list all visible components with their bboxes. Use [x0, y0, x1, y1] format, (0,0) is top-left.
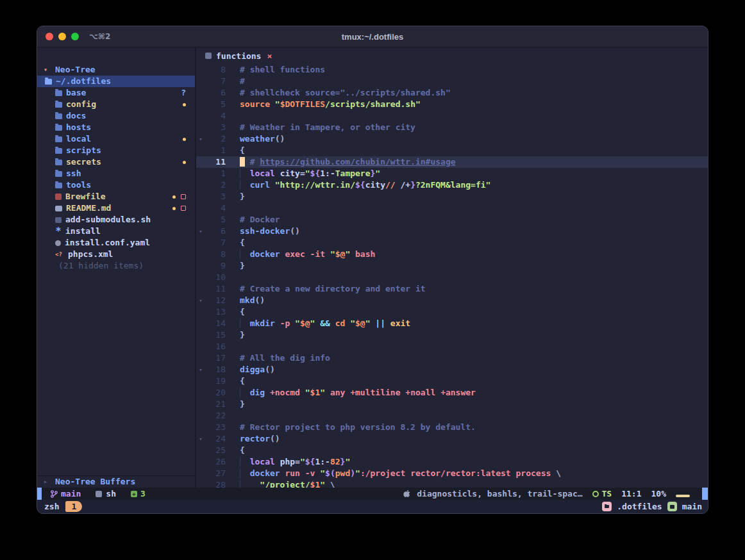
zoom-window-button[interactable] [71, 33, 79, 40]
fold-chevron-icon[interactable]: ▾ [196, 226, 205, 237]
neo-tree-header[interactable]: ▾ Neo-Tree [37, 64, 195, 76]
tree-item-install[interactable]: install [37, 226, 195, 237]
code-line[interactable]: 15} [196, 329, 708, 341]
tree-item-secrets[interactable]: secrets [37, 156, 195, 168]
tree-item-dotfiles[interactable]: ~/.dotfiles [37, 76, 195, 87]
code-line[interactable]: 6# shellcheck source="../scripts/shared.… [196, 87, 708, 99]
tree-item-config[interactable]: config [37, 99, 195, 110]
code-area[interactable]: 8# shell functions7#6# shellcheck source… [196, 64, 708, 488]
tmux-session-name[interactable]: .dotfiles [617, 502, 662, 511]
code-line[interactable]: 26 local php="${1:-82}" [196, 456, 708, 468]
git-added-icon: + [131, 491, 137, 497]
code-line[interactable]: ▾12mkd() [196, 295, 708, 306]
code-line[interactable]: 28 "/project/$1" \ [196, 479, 708, 488]
fold-chevron-icon[interactable]: ▾ [196, 133, 205, 145]
code-line[interactable]: 14 mkdir -p "$@" && cd "$@" || exit [196, 318, 708, 329]
code-line[interactable]: 11# Create a new directory and enter it [196, 283, 708, 295]
code-token: /+ [396, 180, 410, 190]
code-line[interactable]: 22 [196, 410, 708, 422]
code-line[interactable]: 2 curl "http://wttr.in/${city// /+}?2nFQ… [196, 179, 708, 191]
code-line[interactable]: 1{ [196, 145, 708, 156]
tab-close-icon[interactable]: × [267, 51, 272, 61]
tree-item-phpcs-xml[interactable]: phpcs.xml [37, 249, 195, 260]
code-token [300, 468, 305, 478]
tab-functions[interactable]: functions [216, 51, 261, 61]
code-token: () [275, 134, 285, 144]
code-token: $1 [310, 388, 321, 397]
code-line[interactable]: ▾2weather() [196, 133, 708, 145]
close-window-button[interactable] [46, 33, 53, 40]
code-token: = [295, 457, 300, 466]
line-number: 8 [205, 64, 226, 76]
code-line[interactable]: 7{ [196, 237, 708, 249]
code-line[interactable]: 11 # https://github.com/chubin/wttr.in#u… [196, 156, 708, 168]
tree-item-readme-md[interactable]: README.md [37, 202, 195, 214]
code-line[interactable]: ▾18digga() [196, 364, 708, 375]
code-token [350, 249, 355, 259]
treesitter-label: TS [602, 489, 612, 498]
tree-item-local[interactable]: local [37, 133, 195, 145]
code-text: # Create a new directory and enter it [226, 283, 426, 295]
tree-item-ssh[interactable]: ssh [37, 168, 195, 179]
tree-item-tools[interactable]: tools [37, 179, 195, 191]
code-line[interactable]: 21} [196, 399, 708, 410]
scrollbar-block[interactable] [702, 488, 708, 500]
code-token [240, 318, 250, 328]
code-line[interactable]: 5source "$DOTFILES/scripts/shared.sh" [196, 99, 708, 110]
fold-column [196, 110, 205, 122]
tree-item-docs[interactable]: docs [37, 110, 195, 122]
fold-chevron-icon[interactable]: ▾ [196, 295, 205, 306]
code-line[interactable]: 20 dig +nocmd "$1" any +multiline +noall… [196, 387, 708, 399]
code-line[interactable]: 27 docker run -v "$(pwd)":/project recto… [196, 468, 708, 479]
tree-item-base[interactable]: base? [37, 87, 195, 99]
minimize-window-button[interactable] [58, 33, 66, 40]
code-line[interactable]: 3} [196, 191, 708, 202]
code-line[interactable]: 5# Docker [196, 214, 708, 226]
tree-item-hosts[interactable]: hosts [37, 122, 195, 133]
code-line[interactable]: 10 [196, 272, 708, 283]
tree-item-add-submodules-sh[interactable]: add-submodules.sh [37, 214, 195, 226]
neo-tree-title: Neo-Tree [55, 64, 96, 76]
fold-column [196, 352, 205, 364]
code-line[interactable]: 17# All the dig info [196, 352, 708, 364]
tmux-window-name[interactable]: zsh [44, 502, 59, 511]
neo-tree-buffers-header[interactable]: ▸ Neo-Tree Buffers [37, 475, 195, 488]
tree-item-brewfile[interactable]: Brewfile [37, 191, 195, 202]
code-line[interactable]: 13{ [196, 306, 708, 318]
tree-item-label: phpcs.xml [68, 249, 113, 260]
filetype-segment: sh [96, 489, 116, 498]
tree-item-install-conf-yaml[interactable]: install.conf.yaml [37, 237, 195, 249]
line-number: 7 [205, 76, 226, 87]
code-line[interactable]: 8 docker exec -it "$@" bash [196, 249, 708, 260]
code-line[interactable]: ▾6ssh-docker() [196, 226, 708, 237]
code-line[interactable]: 23# Rector project to php version 8.2 by… [196, 422, 708, 433]
tree-item-scripts[interactable]: scripts [37, 145, 195, 156]
fold-chevron-icon[interactable]: ▾ [196, 433, 205, 445]
tree-note[interactable]: (21 hidden items) [37, 260, 195, 272]
code-line[interactable]: 4 [196, 110, 708, 122]
code-token: 1:- [320, 169, 335, 178]
git-status-badges [183, 103, 186, 106]
code-token: # [245, 157, 260, 167]
code-line[interactable]: 7# [196, 76, 708, 87]
code-token: curl [250, 180, 270, 190]
code-line[interactable]: ▾24rector() [196, 433, 708, 445]
fold-column [196, 260, 205, 272]
buffer-icon [205, 53, 212, 59]
code-line[interactable]: 3# Weather in Tampere, or other city [196, 122, 708, 133]
fold-column [196, 168, 205, 179]
fold-column [196, 410, 205, 422]
code-line[interactable]: 4 [196, 202, 708, 214]
code-line[interactable]: 19{ [196, 375, 708, 387]
code-line[interactable]: 9} [196, 260, 708, 272]
tmux-window-index-badge[interactable]: 1 [65, 501, 82, 512]
code-token [325, 388, 330, 397]
code-token: { [240, 376, 245, 386]
chevron-down-icon: ▾ [41, 64, 50, 76]
fold-chevron-icon[interactable]: ▾ [196, 364, 205, 375]
code-line[interactable]: 1 local city="${1:-Tampere}" [196, 168, 708, 179]
code-line[interactable]: 25{ [196, 445, 708, 456]
code-line[interactable]: 8# shell functions [196, 64, 708, 76]
code-line[interactable]: 16 [196, 341, 708, 352]
fold-column [196, 318, 205, 329]
